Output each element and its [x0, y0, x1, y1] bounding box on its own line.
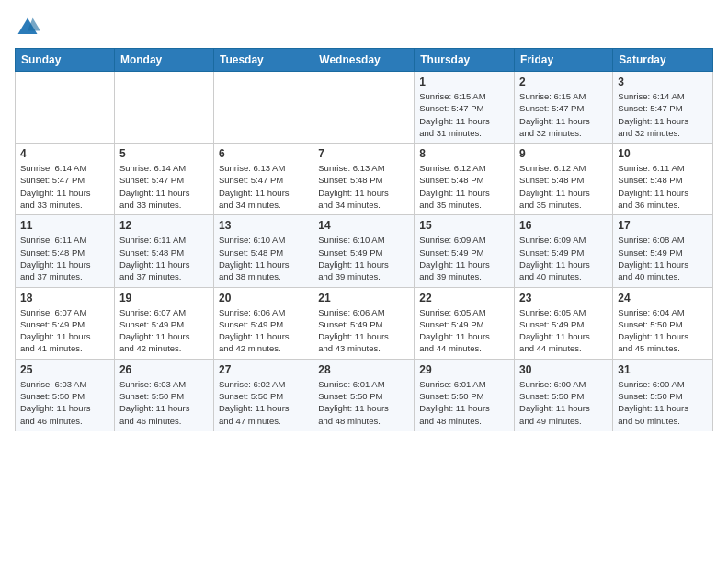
day-number: 16 — [519, 219, 608, 232]
day-info: Sunrise: 6:07 AM Sunset: 5:49 PM Dayligh… — [20, 306, 109, 355]
calendar-week-row: 1Sunrise: 6:15 AM Sunset: 5:47 PM Daylig… — [16, 72, 713, 144]
day-number: 3 — [618, 75, 708, 88]
day-number: 23 — [519, 292, 608, 304]
day-number: 8 — [419, 147, 509, 160]
day-info: Sunrise: 6:11 AM Sunset: 5:48 PM Dayligh… — [618, 162, 708, 211]
calendar-cell: 21Sunrise: 6:06 AM Sunset: 5:49 PM Dayli… — [313, 287, 415, 359]
calendar-cell: 10Sunrise: 6:11 AM Sunset: 5:48 PM Dayli… — [613, 144, 713, 215]
day-number: 27 — [219, 363, 308, 376]
header-day-saturday: Saturday — [613, 49, 713, 72]
calendar-cell: 24Sunrise: 6:04 AM Sunset: 5:50 PM Dayli… — [613, 287, 713, 359]
day-number: 4 — [20, 147, 109, 160]
day-number: 10 — [618, 147, 708, 160]
calendar-cell: 2Sunrise: 6:15 AM Sunset: 5:47 PM Daylig… — [515, 72, 613, 144]
day-info: Sunrise: 6:14 AM Sunset: 5:47 PM Dayligh… — [119, 162, 209, 211]
day-info: Sunrise: 6:03 AM Sunset: 5:50 PM Dayligh… — [20, 378, 109, 427]
calendar-cell: 11Sunrise: 6:11 AM Sunset: 5:48 PM Dayli… — [16, 215, 115, 287]
day-number: 18 — [20, 292, 109, 304]
day-number: 25 — [20, 363, 109, 376]
calendar-cell: 29Sunrise: 6:01 AM Sunset: 5:50 PM Dayli… — [415, 359, 515, 431]
day-info: Sunrise: 6:09 AM Sunset: 5:49 PM Dayligh… — [419, 234, 509, 282]
calendar-cell: 20Sunrise: 6:06 AM Sunset: 5:49 PM Dayli… — [213, 287, 313, 359]
day-number: 17 — [618, 219, 708, 232]
header-day-thursday: Thursday — [415, 49, 515, 72]
calendar-cell: 27Sunrise: 6:02 AM Sunset: 5:50 PM Dayli… — [213, 359, 313, 431]
header-day-wednesday: Wednesday — [313, 49, 415, 72]
calendar-cell: 23Sunrise: 6:05 AM Sunset: 5:49 PM Dayli… — [515, 287, 613, 359]
day-info: Sunrise: 6:00 AM Sunset: 5:50 PM Dayligh… — [519, 378, 608, 427]
header-day-sunday: Sunday — [16, 49, 115, 72]
day-info: Sunrise: 6:15 AM Sunset: 5:47 PM Dayligh… — [519, 90, 608, 139]
day-info: Sunrise: 6:07 AM Sunset: 5:49 PM Dayligh… — [119, 306, 209, 355]
calendar-cell: 13Sunrise: 6:10 AM Sunset: 5:48 PM Dayli… — [213, 215, 313, 287]
day-info: Sunrise: 6:06 AM Sunset: 5:49 PM Dayligh… — [219, 306, 308, 355]
day-number: 26 — [119, 363, 209, 376]
calendar-week-row: 18Sunrise: 6:07 AM Sunset: 5:49 PM Dayli… — [16, 287, 713, 359]
calendar-week-row: 11Sunrise: 6:11 AM Sunset: 5:48 PM Dayli… — [16, 215, 713, 287]
day-number: 24 — [618, 292, 708, 304]
day-info: Sunrise: 6:06 AM Sunset: 5:49 PM Dayligh… — [318, 306, 409, 355]
logo — [15, 15, 44, 40]
day-number: 6 — [219, 147, 308, 160]
day-number: 11 — [20, 219, 109, 232]
day-number: 2 — [519, 75, 608, 88]
calendar-cell: 17Sunrise: 6:08 AM Sunset: 5:49 PM Dayli… — [613, 215, 713, 287]
day-number: 31 — [618, 363, 708, 376]
calendar-cell: 18Sunrise: 6:07 AM Sunset: 5:49 PM Dayli… — [16, 287, 115, 359]
day-info: Sunrise: 6:14 AM Sunset: 5:47 PM Dayligh… — [618, 90, 708, 139]
calendar-table: SundayMondayTuesdayWednesdayThursdayFrid… — [15, 48, 713, 431]
day-number: 28 — [318, 363, 409, 376]
day-info: Sunrise: 6:11 AM Sunset: 5:48 PM Dayligh… — [119, 234, 209, 282]
header-day-monday: Monday — [114, 49, 213, 72]
day-info: Sunrise: 6:15 AM Sunset: 5:47 PM Dayligh… — [419, 90, 509, 139]
day-info: Sunrise: 6:04 AM Sunset: 5:50 PM Dayligh… — [618, 306, 708, 355]
calendar-cell: 6Sunrise: 6:13 AM Sunset: 5:47 PM Daylig… — [213, 144, 313, 215]
calendar-cell: 22Sunrise: 6:05 AM Sunset: 5:49 PM Dayli… — [415, 287, 515, 359]
calendar-header-row: SundayMondayTuesdayWednesdayThursdayFrid… — [16, 49, 713, 72]
day-number: 29 — [419, 363, 509, 376]
calendar-cell: 30Sunrise: 6:00 AM Sunset: 5:50 PM Dayli… — [515, 359, 613, 431]
calendar-cell: 4Sunrise: 6:14 AM Sunset: 5:47 PM Daylig… — [16, 144, 115, 215]
calendar-week-row: 25Sunrise: 6:03 AM Sunset: 5:50 PM Dayli… — [16, 359, 713, 431]
calendar-cell: 31Sunrise: 6:00 AM Sunset: 5:50 PM Dayli… — [613, 359, 713, 431]
calendar-cell: 8Sunrise: 6:12 AM Sunset: 5:48 PM Daylig… — [415, 144, 515, 215]
day-number: 19 — [119, 292, 209, 304]
calendar-cell: 28Sunrise: 6:01 AM Sunset: 5:50 PM Dayli… — [313, 359, 415, 431]
day-info: Sunrise: 6:09 AM Sunset: 5:49 PM Dayligh… — [519, 234, 608, 282]
day-info: Sunrise: 6:10 AM Sunset: 5:49 PM Dayligh… — [318, 234, 409, 282]
day-number: 22 — [419, 292, 509, 304]
day-info: Sunrise: 6:13 AM Sunset: 5:47 PM Dayligh… — [219, 162, 308, 211]
day-info: Sunrise: 6:05 AM Sunset: 5:49 PM Dayligh… — [519, 306, 608, 355]
day-info: Sunrise: 6:10 AM Sunset: 5:48 PM Dayligh… — [219, 234, 308, 282]
calendar-cell: 9Sunrise: 6:12 AM Sunset: 5:48 PM Daylig… — [515, 144, 613, 215]
day-number: 5 — [119, 147, 209, 160]
day-info: Sunrise: 6:00 AM Sunset: 5:50 PM Dayligh… — [618, 378, 708, 427]
logo-icon — [15, 15, 40, 40]
calendar-cell — [213, 72, 313, 144]
day-info: Sunrise: 6:02 AM Sunset: 5:50 PM Dayligh… — [219, 378, 308, 427]
day-number: 7 — [318, 147, 409, 160]
day-info: Sunrise: 6:12 AM Sunset: 5:48 PM Dayligh… — [519, 162, 608, 211]
calendar-cell: 16Sunrise: 6:09 AM Sunset: 5:49 PM Dayli… — [515, 215, 613, 287]
day-number: 13 — [219, 219, 308, 232]
day-number: 12 — [119, 219, 209, 232]
calendar-cell: 5Sunrise: 6:14 AM Sunset: 5:47 PM Daylig… — [114, 144, 213, 215]
day-info: Sunrise: 6:11 AM Sunset: 5:48 PM Dayligh… — [20, 234, 109, 282]
day-info: Sunrise: 6:01 AM Sunset: 5:50 PM Dayligh… — [419, 378, 509, 427]
day-number: 21 — [318, 292, 409, 304]
day-number: 15 — [419, 219, 509, 232]
day-info: Sunrise: 6:03 AM Sunset: 5:50 PM Dayligh… — [119, 378, 209, 427]
day-info: Sunrise: 6:12 AM Sunset: 5:48 PM Dayligh… — [419, 162, 509, 211]
day-number: 1 — [419, 75, 509, 88]
page-header — [15, 15, 713, 40]
day-info: Sunrise: 6:08 AM Sunset: 5:49 PM Dayligh… — [618, 234, 708, 282]
calendar-cell: 19Sunrise: 6:07 AM Sunset: 5:49 PM Dayli… — [114, 287, 213, 359]
calendar-week-row: 4Sunrise: 6:14 AM Sunset: 5:47 PM Daylig… — [16, 144, 713, 215]
day-number: 20 — [219, 292, 308, 304]
day-number: 9 — [519, 147, 608, 160]
day-info: Sunrise: 6:05 AM Sunset: 5:49 PM Dayligh… — [419, 306, 509, 355]
calendar-cell — [16, 72, 115, 144]
calendar-cell: 3Sunrise: 6:14 AM Sunset: 5:47 PM Daylig… — [613, 72, 713, 144]
calendar-cell — [313, 72, 415, 144]
calendar-cell: 15Sunrise: 6:09 AM Sunset: 5:49 PM Dayli… — [415, 215, 515, 287]
